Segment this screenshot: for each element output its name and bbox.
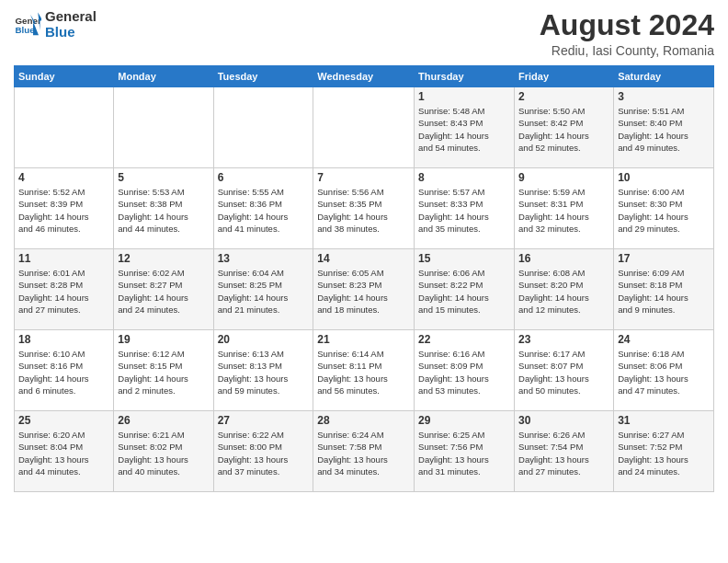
calendar-cell: 12Sunrise: 6:02 AM Sunset: 8:27 PM Dayli… xyxy=(114,249,213,330)
calendar-header-row: Sunday Monday Tuesday Wednesday Thursday… xyxy=(15,66,714,87)
calendar-cell: 22Sunrise: 6:16 AM Sunset: 8:09 PM Dayli… xyxy=(415,330,515,411)
day-number: 13 xyxy=(218,252,310,265)
calendar-cell: 1Sunrise: 5:48 AM Sunset: 8:43 PM Daylig… xyxy=(415,87,515,168)
calendar-cell: 23Sunrise: 6:17 AM Sunset: 8:07 PM Dayli… xyxy=(515,330,614,411)
calendar-table: Sunday Monday Tuesday Wednesday Thursday… xyxy=(14,65,714,492)
logo-icon: General Blue xyxy=(14,11,41,39)
calendar-cell: 4Sunrise: 5:52 AM Sunset: 8:39 PM Daylig… xyxy=(15,168,114,249)
day-info: Sunrise: 5:52 AM Sunset: 8:39 PM Dayligh… xyxy=(18,186,109,235)
calendar-cell: 25Sunrise: 6:20 AM Sunset: 8:04 PM Dayli… xyxy=(15,411,114,492)
day-number: 23 xyxy=(518,333,609,346)
calendar-cell: 11Sunrise: 6:01 AM Sunset: 8:28 PM Dayli… xyxy=(15,249,114,330)
day-info: Sunrise: 5:50 AM Sunset: 8:42 PM Dayligh… xyxy=(518,105,609,154)
calendar-cell: 29Sunrise: 6:25 AM Sunset: 7:56 PM Dayli… xyxy=(415,411,515,492)
calendar-cell: 31Sunrise: 6:27 AM Sunset: 7:52 PM Dayli… xyxy=(614,411,714,492)
day-info: Sunrise: 6:14 AM Sunset: 8:11 PM Dayligh… xyxy=(317,348,410,396)
day-number: 3 xyxy=(618,90,710,103)
day-number: 30 xyxy=(518,414,609,427)
calendar-cell: 6Sunrise: 5:55 AM Sunset: 8:36 PM Daylig… xyxy=(213,168,313,249)
day-number: 17 xyxy=(618,252,710,265)
calendar-cell: 15Sunrise: 6:06 AM Sunset: 8:22 PM Dayli… xyxy=(415,249,515,330)
col-saturday: Saturday xyxy=(614,66,714,87)
week-row-5: 25Sunrise: 6:20 AM Sunset: 8:04 PM Dayli… xyxy=(15,411,714,492)
day-info: Sunrise: 5:51 AM Sunset: 8:40 PM Dayligh… xyxy=(618,105,710,154)
day-number: 14 xyxy=(317,252,410,265)
day-number: 22 xyxy=(418,333,510,346)
day-info: Sunrise: 6:00 AM Sunset: 8:30 PM Dayligh… xyxy=(618,186,710,235)
day-info: Sunrise: 6:10 AM Sunset: 8:16 PM Dayligh… xyxy=(18,348,109,396)
header: General Blue General Blue August 2024 Re… xyxy=(14,9,714,58)
day-number: 24 xyxy=(618,333,710,346)
day-number: 7 xyxy=(317,171,410,184)
day-info: Sunrise: 6:16 AM Sunset: 8:09 PM Dayligh… xyxy=(418,348,510,396)
day-info: Sunrise: 6:02 AM Sunset: 8:27 PM Dayligh… xyxy=(118,267,209,316)
col-monday: Monday xyxy=(114,66,213,87)
calendar-cell: 2Sunrise: 5:50 AM Sunset: 8:42 PM Daylig… xyxy=(515,87,614,168)
col-sunday: Sunday xyxy=(15,66,114,87)
calendar-cell: 24Sunrise: 6:18 AM Sunset: 8:06 PM Dayli… xyxy=(614,330,714,411)
day-number: 9 xyxy=(518,171,609,184)
day-info: Sunrise: 5:55 AM Sunset: 8:36 PM Dayligh… xyxy=(218,186,310,235)
day-number: 27 xyxy=(218,414,310,427)
day-number: 19 xyxy=(118,333,209,346)
day-number: 15 xyxy=(418,252,510,265)
week-row-2: 4Sunrise: 5:52 AM Sunset: 8:39 PM Daylig… xyxy=(15,168,714,249)
calendar-cell: 3Sunrise: 5:51 AM Sunset: 8:40 PM Daylig… xyxy=(614,87,714,168)
week-row-4: 18Sunrise: 6:10 AM Sunset: 8:16 PM Dayli… xyxy=(15,330,714,411)
day-info: Sunrise: 5:48 AM Sunset: 8:43 PM Dayligh… xyxy=(418,105,510,154)
week-row-3: 11Sunrise: 6:01 AM Sunset: 8:28 PM Dayli… xyxy=(15,249,714,330)
day-info: Sunrise: 6:05 AM Sunset: 8:23 PM Dayligh… xyxy=(317,267,410,316)
day-info: Sunrise: 6:27 AM Sunset: 7:52 PM Dayligh… xyxy=(618,429,710,477)
day-info: Sunrise: 6:24 AM Sunset: 7:58 PM Dayligh… xyxy=(317,429,410,477)
calendar-cell: 30Sunrise: 6:26 AM Sunset: 7:54 PM Dayli… xyxy=(515,411,614,492)
svg-text:General: General xyxy=(16,15,42,25)
week-row-1: 1Sunrise: 5:48 AM Sunset: 8:43 PM Daylig… xyxy=(15,87,714,168)
day-number: 2 xyxy=(518,90,609,103)
day-info: Sunrise: 6:25 AM Sunset: 7:56 PM Dayligh… xyxy=(418,429,510,477)
day-number: 11 xyxy=(18,252,109,265)
calendar-cell: 20Sunrise: 6:13 AM Sunset: 8:13 PM Dayli… xyxy=(213,330,313,411)
logo: General Blue General Blue xyxy=(14,9,97,40)
calendar-cell: 27Sunrise: 6:22 AM Sunset: 8:00 PM Dayli… xyxy=(213,411,313,492)
col-thursday: Thursday xyxy=(415,66,515,87)
col-friday: Friday xyxy=(515,66,614,87)
day-number: 20 xyxy=(218,333,310,346)
col-wednesday: Wednesday xyxy=(313,66,415,87)
calendar-cell: 7Sunrise: 5:56 AM Sunset: 8:35 PM Daylig… xyxy=(313,168,415,249)
day-number: 12 xyxy=(118,252,209,265)
day-info: Sunrise: 6:20 AM Sunset: 8:04 PM Dayligh… xyxy=(18,429,109,477)
month-year-title: August 2024 xyxy=(540,9,714,41)
calendar-cell: 13Sunrise: 6:04 AM Sunset: 8:25 PM Dayli… xyxy=(213,249,313,330)
day-info: Sunrise: 5:56 AM Sunset: 8:35 PM Dayligh… xyxy=(317,186,410,235)
day-number: 31 xyxy=(618,414,710,427)
day-number: 1 xyxy=(418,90,510,103)
calendar-cell xyxy=(213,87,313,168)
day-info: Sunrise: 6:01 AM Sunset: 8:28 PM Dayligh… xyxy=(18,267,109,316)
calendar-cell: 21Sunrise: 6:14 AM Sunset: 8:11 PM Dayli… xyxy=(313,330,415,411)
logo-text-block: General Blue xyxy=(45,9,97,40)
logo-blue: Blue xyxy=(45,25,97,40)
day-number: 18 xyxy=(18,333,109,346)
calendar-cell: 18Sunrise: 6:10 AM Sunset: 8:16 PM Dayli… xyxy=(15,330,114,411)
calendar-cell xyxy=(114,87,213,168)
day-info: Sunrise: 6:26 AM Sunset: 7:54 PM Dayligh… xyxy=(518,429,609,477)
day-info: Sunrise: 6:08 AM Sunset: 8:20 PM Dayligh… xyxy=(518,267,609,316)
day-info: Sunrise: 5:53 AM Sunset: 8:38 PM Dayligh… xyxy=(118,186,209,235)
calendar-cell: 16Sunrise: 6:08 AM Sunset: 8:20 PM Dayli… xyxy=(515,249,614,330)
day-number: 29 xyxy=(418,414,510,427)
calendar-cell: 5Sunrise: 5:53 AM Sunset: 8:38 PM Daylig… xyxy=(114,168,213,249)
title-block: August 2024 Rediu, Iasi County, Romania xyxy=(540,9,714,58)
day-info: Sunrise: 6:21 AM Sunset: 8:02 PM Dayligh… xyxy=(118,429,209,477)
col-tuesday: Tuesday xyxy=(213,66,313,87)
location-subtitle: Rediu, Iasi County, Romania xyxy=(540,43,714,58)
day-info: Sunrise: 6:18 AM Sunset: 8:06 PM Dayligh… xyxy=(618,348,710,396)
day-number: 16 xyxy=(518,252,609,265)
day-number: 28 xyxy=(317,414,410,427)
day-number: 26 xyxy=(118,414,209,427)
calendar-cell: 26Sunrise: 6:21 AM Sunset: 8:02 PM Dayli… xyxy=(114,411,213,492)
day-info: Sunrise: 6:06 AM Sunset: 8:22 PM Dayligh… xyxy=(418,267,510,316)
day-number: 4 xyxy=(18,171,109,184)
day-number: 5 xyxy=(118,171,209,184)
day-number: 21 xyxy=(317,333,410,346)
calendar-cell: 28Sunrise: 6:24 AM Sunset: 7:58 PM Dayli… xyxy=(313,411,415,492)
